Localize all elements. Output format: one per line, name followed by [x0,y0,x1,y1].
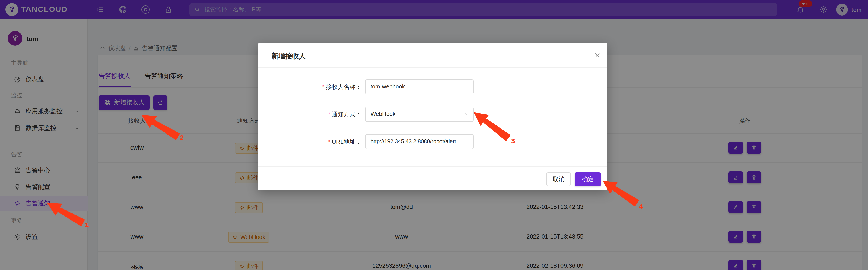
confirm-button[interactable]: 确定 [575,172,601,186]
url-input[interactable] [365,134,474,149]
notice-method-select[interactable] [365,106,474,122]
modal-title: 新增接收人 [272,52,306,61]
chevron-down-icon [464,111,470,117]
cancel-button[interactable]: 取消 [546,172,571,186]
close-icon[interactable] [593,51,601,59]
field-label-notice-method: *通知方式： [274,110,362,119]
modal-header-divider [258,67,608,67]
app-root: TANCLOUD G 99+ tom tom 主导航 仪表盘 监控 应用服务监控… [0,0,868,270]
field-label-url: *URL地址： [274,138,362,146]
receiver-name-input[interactable] [365,79,474,94]
modal-footer-divider [258,166,608,167]
field-label-receiver-name: *接收人名称： [274,83,362,91]
